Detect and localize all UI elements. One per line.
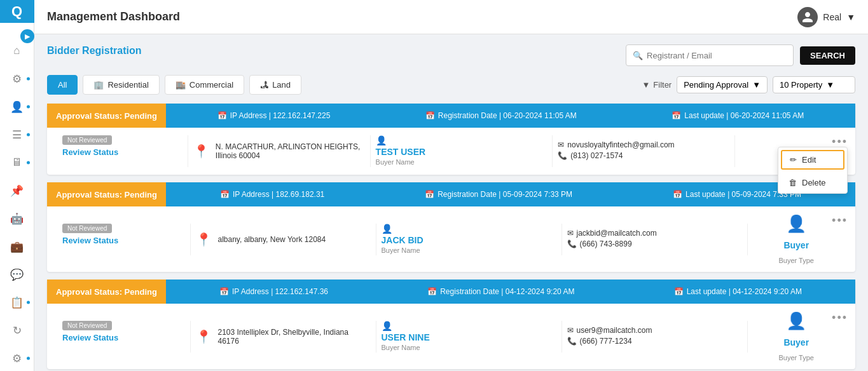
commercial-icon: 🏬 bbox=[176, 80, 186, 90]
card-3-reg-date: 📅 Registration Date | 04-12-2024 9:20 AM bbox=[427, 287, 574, 296]
filter-icon: ▼ bbox=[642, 80, 650, 90]
registration-card-3: Approval Status: Pending 📅 IP Address | … bbox=[47, 280, 855, 369]
edit-menu-item[interactable]: ✏ Edit bbox=[781, 150, 844, 170]
card-3-status-col: Not Reviewed Review Status bbox=[57, 321, 191, 353]
card-2-approval-status: Approval Status: Pending bbox=[47, 182, 166, 206]
tabs-right: ▼ Filter Pending Approval ▼ 10 Property … bbox=[642, 76, 855, 93]
card-1-last-update: 📅 Last update | 06-20-2024 11:05 AM bbox=[672, 111, 804, 120]
card-2-buyer-type-name: Buyer bbox=[783, 240, 809, 250]
card-2-right-col: 👤 Buyer Buyer Type bbox=[748, 214, 846, 264]
ip-icon: 📅 bbox=[217, 111, 227, 120]
email-icon: ✉ bbox=[558, 140, 564, 149]
review-status-link[interactable]: Review Status bbox=[62, 147, 118, 157]
sidebar-expand-arrow[interactable]: ▶ bbox=[20, 29, 34, 43]
section-title: Bidder Registration bbox=[47, 45, 141, 57]
context-menu-1: ✏ Edit 🗑 Delete bbox=[778, 147, 848, 194]
filter-button[interactable]: ▼ Filter bbox=[642, 80, 672, 90]
avatar bbox=[797, 7, 818, 27]
building-icon: 🏢 bbox=[93, 80, 104, 90]
card-2-reg-date: 📅 Registration Date | 05-09-2024 7:33 PM bbox=[425, 190, 572, 199]
card-2-status-col: Not Reviewed Review Status bbox=[57, 224, 191, 255]
last-update-icon-3: 📅 bbox=[674, 287, 684, 296]
status-dropdown[interactable]: Pending Approval ▼ bbox=[677, 76, 768, 93]
buyer-avatar-3: 👤 bbox=[786, 311, 806, 331]
sidebar-item-table[interactable]: 📋 bbox=[0, 290, 34, 315]
card-1-buyer-name-label: Buyer Name bbox=[376, 158, 415, 166]
card-2-ip: 📅 IP Address | 182.69.182.31 bbox=[220, 190, 324, 199]
card-3-buyer-name: USER NINE bbox=[382, 332, 430, 342]
card-3-buyer-type-name: Buyer bbox=[783, 337, 809, 347]
card-1-buyer-name: TEST USER bbox=[376, 147, 426, 157]
sidebar-item-briefcase[interactable]: 💼 bbox=[0, 234, 34, 259]
search-wrap: 🔍 bbox=[626, 44, 794, 66]
buyer-avatar-2: 👤 bbox=[786, 214, 806, 234]
sidebar-item-robot[interactable]: 🤖 bbox=[0, 206, 34, 231]
user-menu[interactable]: Real ▼ bbox=[797, 7, 855, 27]
tab-all[interactable]: All bbox=[47, 75, 78, 95]
card-1-ip: 📅 IP Address | 122.162.147.225 bbox=[217, 111, 331, 120]
card-3-address: 2103 Intelliplex Dr, Shelbyville, Indian… bbox=[218, 328, 371, 346]
card-3-contact-info: ✉user9@mailcatch.com 📞(666) 777-1234 bbox=[567, 326, 652, 347]
buyer-icon-3: 👤 bbox=[382, 321, 392, 331]
sidebar-item-refresh[interactable]: ↻ bbox=[0, 318, 34, 343]
review-status-link-2[interactable]: Review Status bbox=[62, 236, 118, 245]
email-icon-3: ✉ bbox=[567, 326, 574, 335]
card-3-buyer-name-label: Buyer Name bbox=[382, 344, 420, 351]
card-3-last-update: 📅 Last update | 04-12-2024 9:20 AM bbox=[674, 287, 802, 296]
card-1-buyer-col: 👤 TEST USER Buyer Name bbox=[371, 135, 553, 167]
card-2-header-row: Approval Status: Pending 📅 IP Address | … bbox=[47, 182, 855, 206]
search-input[interactable] bbox=[647, 51, 787, 60]
three-dots-button-3[interactable]: ••• bbox=[832, 311, 848, 325]
not-reviewed-badge: Not Reviewed bbox=[62, 135, 112, 145]
card-3-header-info: 📅 IP Address | 122.162.147.36 📅 Registra… bbox=[166, 280, 855, 304]
review-status-link-3[interactable]: Review Status bbox=[62, 333, 118, 342]
email-icon-2: ✉ bbox=[567, 229, 574, 238]
sidebar-item-gear[interactable]: ⚙ bbox=[0, 66, 34, 91]
property-dropdown[interactable]: 10 Property ▼ bbox=[773, 76, 855, 93]
location-icon: 📍 bbox=[193, 144, 209, 159]
card-3-body: Not Reviewed Review Status 📍 2103 Intell… bbox=[47, 304, 855, 369]
sidebar-item-chat[interactable]: 💬 bbox=[0, 262, 34, 287]
card-1-address: N. MACARTHUR, ARLINGTON HEIGHTS, Illinoi… bbox=[216, 142, 365, 160]
last-update-icon-2: 📅 bbox=[673, 190, 682, 199]
settings-gear-icon: ⚙ bbox=[12, 352, 22, 365]
sidebar-item-monitor[interactable]: 🖥 bbox=[0, 150, 34, 175]
card-1-status-col: Not Reviewed Review Status bbox=[57, 135, 188, 167]
page-title: Management Dashboard bbox=[47, 10, 180, 24]
location-icon-2: 📍 bbox=[196, 232, 212, 247]
property-dropdown-arrow: ▼ bbox=[826, 80, 834, 90]
card-1-approval-status: Approval Status: Pending bbox=[47, 104, 166, 128]
gear-icon: ⚙ bbox=[12, 72, 22, 86]
not-reviewed-badge-2: Not Reviewed bbox=[62, 224, 112, 233]
sidebar-item-list[interactable]: ☰ bbox=[0, 122, 34, 147]
sidebar-item-users[interactable]: 👤 bbox=[0, 94, 34, 119]
card-1-body: Not Reviewed Review Status 📍 N. MACARTHU… bbox=[47, 128, 855, 175]
card-1-email: novusloyaltyfintech@gmail.com bbox=[567, 140, 674, 149]
search-icon: 🔍 bbox=[633, 51, 643, 60]
tab-residential[interactable]: 🏢 Residential bbox=[83, 75, 159, 95]
table-icon: 📋 bbox=[10, 296, 24, 309]
buyer-icon: 👤 bbox=[376, 135, 387, 145]
card-2-email: jackbid@mailcatch.com bbox=[577, 229, 657, 238]
delete-icon: 🗑 bbox=[789, 178, 797, 187]
card-3-right-col: 👤 Buyer Buyer Type bbox=[748, 311, 846, 361]
delete-menu-item[interactable]: 🗑 Delete bbox=[778, 172, 847, 193]
tab-commercial[interactable]: 🏬 Commercial bbox=[165, 75, 244, 95]
sidebar-logo[interactable]: Q bbox=[0, 0, 34, 23]
tabs-row: All 🏢 Residential 🏬 Commercial 🏞 Land ▼ bbox=[47, 75, 855, 95]
card-2-contact-col: ✉jackbid@mailcatch.com 📞(666) 743-8899 bbox=[562, 224, 748, 255]
card-2-buyer-type-label: Buyer Type bbox=[779, 257, 814, 264]
sidebar: Q ▶ ⌂ ⚙ 👤 ☰ 🖥 📌 🤖 💼 💬 📋 ↻ ⚙ bbox=[0, 0, 34, 371]
registration-card-2: Approval Status: Pending 📅 IP Address | … bbox=[47, 182, 855, 272]
card-2-buyer-col: 👤 JACK BID Buyer Name bbox=[376, 224, 562, 255]
sidebar-item-pin[interactable]: 📌 bbox=[0, 178, 34, 203]
main-area: Management Dashboard Real ▼ Bidder Regis… bbox=[34, 0, 868, 371]
phone-icon-3: 📞 bbox=[567, 337, 577, 346]
tab-land[interactable]: 🏞 Land bbox=[249, 75, 301, 95]
card-3-header-row: Approval Status: Pending 📅 IP Address | … bbox=[47, 280, 855, 304]
three-dots-button-2[interactable]: ••• bbox=[832, 214, 848, 227]
reg-date-icon-2: 📅 bbox=[425, 190, 434, 199]
monitor-icon: 🖥 bbox=[11, 156, 22, 169]
sidebar-item-settings[interactable]: ⚙ bbox=[0, 346, 34, 371]
search-button[interactable]: SEARCH bbox=[800, 46, 855, 65]
